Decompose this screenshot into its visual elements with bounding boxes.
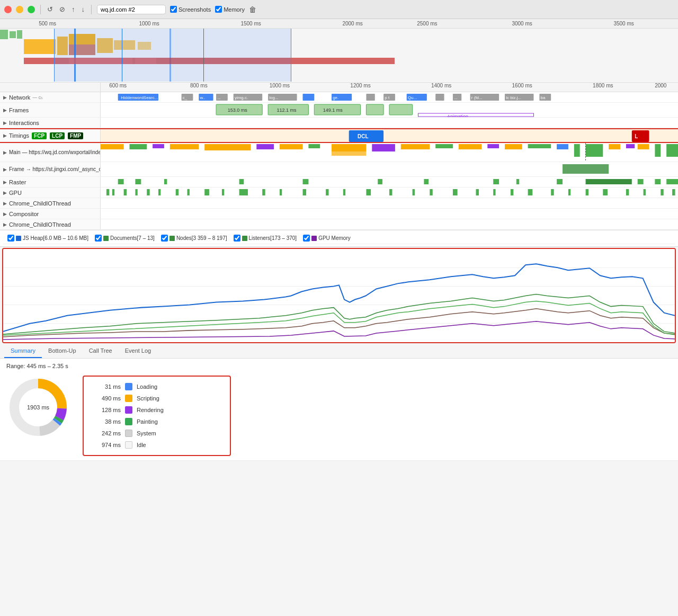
track-raster: ▶ Raster <box>0 177 678 188</box>
svg-rect-107 <box>204 189 209 195</box>
download-icon[interactable]: ↓ <box>81 4 86 14</box>
cb-gpu-memory[interactable] <box>303 235 310 242</box>
expand-frames[interactable]: ▶ <box>3 108 7 113</box>
expand-main[interactable]: ▶ <box>3 150 7 155</box>
stop-icon[interactable]: ⊘ <box>58 4 66 14</box>
track-label-frame: ▶ Frame → https://st.jingxi.com/_async_c… <box>0 162 101 176</box>
svg-text:Animation: Animation <box>447 114 468 117</box>
summary-section: Range: 445 ms – 2.35 s <box>0 359 678 461</box>
expand-chrome-2[interactable]: ▶ <box>3 222 7 227</box>
svg-rect-75 <box>557 144 568 149</box>
cb-documents[interactable] <box>95 235 102 242</box>
frames-content: 153.0 ms 112.1 ms 149.1 ms Animation <box>101 103 678 117</box>
chrome-child-2-content <box>101 219 678 229</box>
ruler-label-3500: 3500 ms <box>613 21 634 26</box>
track-label-frames: ▶ Frames <box>0 103 101 117</box>
tab-bottom-up[interactable]: Bottom-Up <box>42 344 83 358</box>
legend-row-painting: 38 ms Painting <box>94 418 219 425</box>
svg-text:HiddenwordSearc...: HiddenwordSearc... <box>121 95 158 100</box>
svg-rect-119 <box>453 189 458 195</box>
memory-checkbox[interactable] <box>215 6 222 13</box>
svg-rect-106 <box>188 189 190 195</box>
nodes-label: Nodes[3 359 – 8 197] <box>176 235 227 241</box>
expand-chrome-1[interactable]: ▶ <box>3 201 7 206</box>
close-btn[interactable] <box>4 6 12 13</box>
svg-text:w..: w.. <box>199 95 205 100</box>
documents-label: Documents[7 – 13] <box>110 235 155 241</box>
idle-val: 974 ms <box>94 442 121 448</box>
svg-rect-117 <box>413 189 415 195</box>
svg-rect-93 <box>516 179 519 184</box>
listeners-label: Listeners[173 – 370] <box>249 235 297 241</box>
svg-rect-96 <box>638 179 644 184</box>
screenshots-label: Screenshots <box>179 6 211 13</box>
nodes-dot <box>170 236 175 241</box>
svg-rect-95 <box>586 179 632 184</box>
track-interactions: ▶ Interactions <box>0 118 678 128</box>
svg-rect-103 <box>147 189 149 195</box>
tick-600: 600 ms <box>109 83 127 88</box>
expand-gpu[interactable]: ▶ <box>3 190 7 195</box>
expand-network[interactable]: ▶ <box>3 95 7 100</box>
separator <box>40 5 41 14</box>
donut-chart: 1903 ms <box>6 376 70 439</box>
expand-timings[interactable]: ▶ <box>3 133 7 138</box>
separator2 <box>91 5 92 14</box>
svg-rect-74 <box>528 144 551 148</box>
expand-raster[interactable]: ▶ <box>3 180 7 185</box>
svg-rect-123 <box>528 189 533 195</box>
expand-compositor[interactable]: ▶ <box>3 211 7 217</box>
svg-rect-60 <box>153 144 164 148</box>
svg-rect-121 <box>493 189 495 195</box>
cb-js-heap[interactable] <box>7 235 14 242</box>
memory-legend: JS Heap[6.0 MB – 10.6 MB] Documents[7 – … <box>3 233 675 244</box>
svg-rect-130 <box>661 189 663 195</box>
tab-summary[interactable]: Summary <box>4 344 42 358</box>
label-network: Network <box>9 94 30 101</box>
reload-icon[interactable]: ↺ <box>46 4 54 14</box>
legend-row-loading: 31 ms Loading <box>94 383 219 390</box>
ruler-label-2000: 2000 ms <box>342 21 362 26</box>
cb-nodes[interactable] <box>161 235 168 242</box>
maximize-btn[interactable] <box>28 6 35 13</box>
system-val: 242 ms <box>94 430 121 436</box>
expand-interactions[interactable]: ▶ <box>3 120 7 126</box>
legend-documents[interactable]: Documents[7 – 13] <box>95 235 155 242</box>
legend-nodes[interactable]: Nodes[3 359 – 8 197] <box>161 235 227 242</box>
overview-content[interactable] <box>0 29 678 82</box>
tick-2000: 2000 <box>655 83 666 88</box>
svg-rect-65 <box>308 144 320 148</box>
upload-icon[interactable]: ↑ <box>70 4 76 14</box>
ruler-label-3000: 3000 ms <box>512 21 532 26</box>
screenshots-checkbox[interactable] <box>170 6 177 13</box>
trash-icon[interactable]: 🗑 <box>249 5 256 14</box>
track-label-interactions: ▶ Interactions <box>0 118 101 128</box>
screenshots-checkbox-label[interactable]: Screenshots <box>170 6 211 13</box>
timeline-panel: 600 ms 800 ms 1000 ms 1200 ms 1400 ms 16… <box>0 83 678 230</box>
svg-text:DCL: DCL <box>358 133 369 139</box>
scripting-val: 490 ms <box>94 395 121 401</box>
memory-svg <box>3 249 675 342</box>
svg-rect-116 <box>389 189 392 195</box>
label-main: Main — https://wq.jd.com/wxportal/index_… <box>9 149 101 155</box>
legend-js-heap[interactable]: JS Heap[6.0 MB – 10.6 MB] <box>7 235 88 242</box>
legend-gpu-memory[interactable]: GPU Memory <box>303 235 351 242</box>
tab-call-tree[interactable]: Call Tree <box>83 344 119 358</box>
profile-select[interactable]: wq.jd.com #2 <box>97 5 166 14</box>
memory-chart-section[interactable] <box>2 248 676 343</box>
svg-rect-105 <box>176 189 179 195</box>
svg-rect-11 <box>170 29 171 82</box>
track-label-compositor: ▶ Compositor <box>0 209 101 219</box>
tab-event-log[interactable]: Event Log <box>119 344 158 358</box>
expand-frame[interactable]: ▶ <box>3 167 7 172</box>
memory-checkbox-label[interactable]: Memory <box>215 6 245 13</box>
svg-text:yimg.c.: yimg.c. <box>235 95 248 100</box>
raster-content <box>101 177 678 187</box>
svg-text:153.0 ms: 153.0 ms <box>228 108 248 113</box>
svg-rect-104 <box>158 189 160 195</box>
legend-row-system: 242 ms System <box>94 430 219 437</box>
cb-listeners[interactable] <box>234 235 240 242</box>
minimize-btn[interactable] <box>16 6 23 13</box>
legend-listeners[interactable]: Listeners[173 – 370] <box>234 235 297 242</box>
svg-text:149.1 ms: 149.1 ms <box>323 108 343 113</box>
